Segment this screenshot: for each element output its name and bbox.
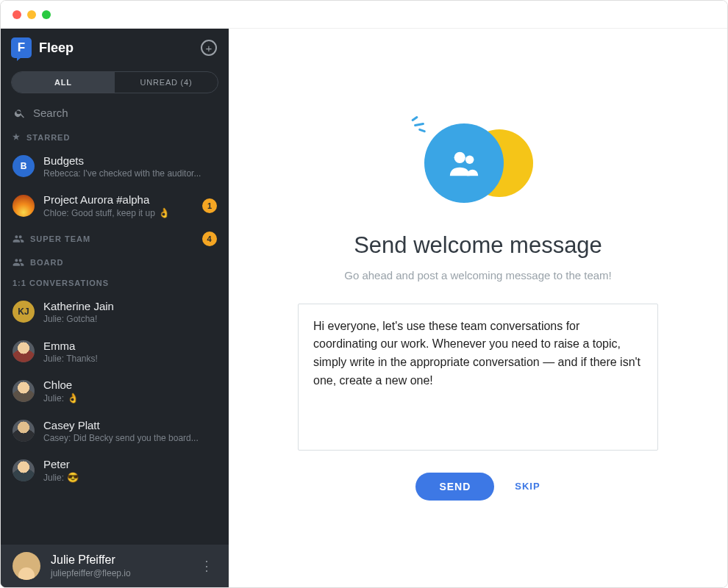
- conversation-text: Chloe Julie: 👌: [43, 379, 217, 404]
- avatar: [13, 380, 35, 402]
- avatar: [13, 420, 35, 442]
- conversation-item[interactable]: B Budgets Rebecca: I've checked with the…: [1, 146, 229, 186]
- avatar: [13, 340, 35, 362]
- section-label: STARRED: [26, 133, 70, 142]
- avatar: [13, 195, 35, 217]
- user-name: Julie Pfeiffer: [51, 553, 187, 567]
- window-maximize-button[interactable]: [42, 10, 51, 19]
- conversation-preview: Chloe: Good stuff, keep it up 👌: [43, 207, 193, 218]
- brand-name: Fleep: [39, 40, 74, 56]
- conversation-text: Budgets Rebecca: I've checked with the a…: [43, 154, 217, 179]
- current-user-bar: Julie Pfeiffer juliepfeiffer@fleep.io ⋮: [1, 545, 229, 587]
- team-icon: [13, 233, 24, 245]
- conversation-item[interactable]: Chloe Julie: 👌: [1, 371, 229, 411]
- section-header-board[interactable]: BOARD: [1, 251, 229, 273]
- svg-point-1: [465, 155, 474, 164]
- main-content: Send welcome message Go ahead and post a…: [229, 29, 727, 587]
- section-header-dm: 1:1 CONVERSATIONS: [1, 273, 229, 292]
- conversation-item[interactable]: Peter Julie: 😎: [1, 451, 229, 490]
- welcome-panel: Send welcome message Go ahead and post a…: [298, 116, 658, 501]
- conversation-preview: Julie: Thanks!: [43, 354, 217, 364]
- conversation-text: Casey Platt Casey: Did Becky send you th…: [43, 419, 217, 443]
- avatar: [13, 459, 35, 481]
- conversation-title: Budgets: [43, 154, 217, 167]
- spark-icon: [411, 116, 433, 134]
- unread-badge: 4: [202, 232, 217, 246]
- more-vertical-icon: ⋮: [200, 559, 214, 573]
- decor-circle-blue: [424, 123, 504, 203]
- send-button[interactable]: SEND: [415, 473, 494, 501]
- search-placeholder: Search: [33, 107, 68, 119]
- new-conversation-button[interactable]: +: [201, 40, 217, 56]
- thumbs-up-icon: 👌: [158, 207, 170, 218]
- conversation-preview: Casey: Did Becky send you the board...: [43, 433, 217, 443]
- plus-icon: +: [206, 43, 213, 54]
- conversation-title: Katherine Jain: [43, 300, 217, 312]
- section-label: SUPER TEAM: [30, 234, 90, 243]
- skip-button[interactable]: SKIP: [515, 481, 540, 492]
- conversation-item[interactable]: Emma Julie: Thanks!: [1, 331, 229, 371]
- conversation-item[interactable]: KJ Katherine Jain Julie: Gotcha!: [1, 292, 229, 331]
- sidebar: F Fleep + ALL UNREAD (4) Search ★ STARRE…: [1, 29, 229, 587]
- window-close-button[interactable]: [13, 10, 21, 19]
- conversation-text: Peter Julie: 😎: [43, 458, 217, 483]
- conversation-title: Peter: [43, 458, 217, 470]
- conversation-text: Project Aurora #alpha Chloe: Good stuff,…: [43, 193, 193, 218]
- section-label: BOARD: [30, 258, 63, 267]
- welcome-actions: SEND SKIP: [415, 473, 540, 501]
- conversation-preview: Rebecca: I've checked with the auditor..…: [43, 168, 217, 179]
- search-input[interactable]: Search: [1, 101, 229, 126]
- team-icon: [13, 257, 24, 268]
- conversation-text: Katherine Jain Julie: Gotcha!: [43, 300, 217, 324]
- ok-hand-icon: 👌: [67, 392, 79, 404]
- welcome-title: Send welcome message: [354, 232, 602, 259]
- conversation-text: Emma Julie: Thanks!: [43, 340, 217, 364]
- conversation-title: Chloe: [43, 379, 217, 391]
- sunglasses-icon: 😎: [67, 472, 79, 483]
- conversation-item[interactable]: Project Aurora #alpha Chloe: Good stuff,…: [1, 186, 229, 226]
- section-header-starred: ★ STARRED: [1, 126, 229, 146]
- filter-tabs: ALL UNREAD (4): [11, 71, 218, 93]
- conversation-title: Casey Platt: [43, 419, 217, 431]
- brand-logo: F: [11, 37, 32, 58]
- section-header-super-team[interactable]: SUPER TEAM 4: [1, 226, 229, 251]
- welcome-subtitle: Go ahead and post a welcoming message to…: [344, 269, 612, 282]
- user-menu-button[interactable]: ⋮: [197, 558, 217, 574]
- window-minimize-button[interactable]: [27, 10, 36, 19]
- welcome-message-input[interactable]: [298, 304, 658, 451]
- conversation-title: Project Aurora #alpha: [43, 193, 193, 206]
- avatar: B: [13, 155, 35, 177]
- avatar: [13, 552, 40, 580]
- conversation-title: Emma: [43, 340, 217, 352]
- tab-unread[interactable]: UNREAD (4): [115, 72, 218, 93]
- user-info: Julie Pfeiffer juliepfeiffer@fleep.io: [51, 553, 187, 578]
- brand: F Fleep: [11, 37, 74, 58]
- unread-badge: 1: [202, 198, 217, 213]
- user-email: juliepfeiffer@fleep.io: [51, 568, 187, 578]
- star-icon: ★: [13, 132, 21, 142]
- tab-all[interactable]: ALL: [12, 72, 115, 93]
- svg-point-0: [454, 151, 465, 162]
- conversation-preview: Julie: 👌: [43, 392, 217, 404]
- search-icon: [14, 107, 26, 119]
- conversation-item[interactable]: Casey Platt Casey: Did Becky send you th…: [1, 411, 229, 451]
- welcome-illustration: [423, 116, 533, 212]
- avatar: KJ: [13, 301, 35, 323]
- people-icon: [447, 148, 481, 178]
- sidebar-header: F Fleep +: [1, 29, 229, 65]
- conversation-preview: Julie: 😎: [43, 472, 217, 483]
- window-titlebar: [1, 1, 727, 29]
- section-label: 1:1 CONVERSATIONS: [13, 279, 109, 287]
- conversation-preview: Julie: Gotcha!: [43, 314, 217, 324]
